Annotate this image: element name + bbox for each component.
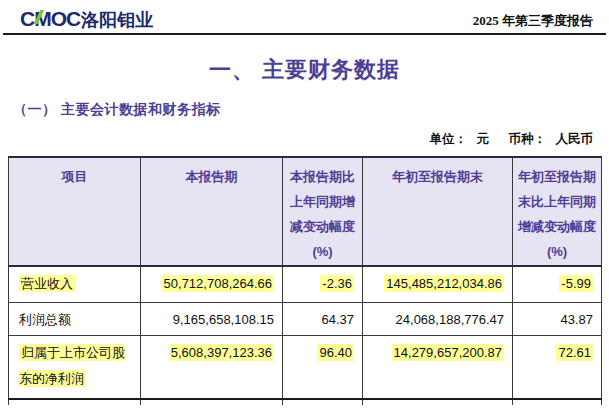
company-logo: CMOC 洛阳钼业	[20, 7, 153, 32]
report-page: CMOC 洛阳钼业 2025 年第三季度报告 一、 主要财务数据 （一） 主要会…	[0, 0, 609, 413]
logo-latin-text: CMOC	[20, 7, 80, 31]
column-header-ytd-change: 年初至报告期末比上年同期增减变动幅度 (%)	[513, 157, 602, 266]
table-row-partial	[9, 399, 602, 405]
subsection-title: （一） 主要会计数据和财务指标	[13, 101, 609, 119]
table-header-row: 项目 本报告期 本报告期比上年同期增减变动幅度 (%) 年初至报告期末 年初至报…	[9, 157, 602, 266]
header-divider	[3, 33, 606, 35]
column-header-item: 项目	[9, 157, 141, 266]
ytd-cell: 145,485,212,034.86	[363, 266, 513, 302]
ytd-cell: 14,279,657,200.87	[363, 335, 513, 399]
item-cell: 归属于上市公司股东的净利润	[9, 335, 141, 399]
currency-value: 人民币	[556, 132, 594, 146]
column-header-ytd: 年初至报告期末	[363, 157, 513, 266]
section-title: 一、 主要财务数据	[0, 55, 609, 85]
financial-table: 项目 本报告期 本报告期比上年同期增减变动幅度 (%) 年初至报告期末 年初至报…	[8, 156, 602, 405]
unit-label: 单位：	[430, 132, 468, 146]
ytd-change-cell: 43.87	[513, 302, 602, 335]
column-header-current-period: 本报告期	[141, 157, 283, 266]
current-change-cell: -2.36	[283, 266, 363, 302]
ytd-change-cell: 72.61	[513, 335, 602, 399]
page-header: CMOC 洛阳钼业 2025 年第三季度报告	[0, 0, 609, 32]
current-period-cell: 50,712,708,264.66	[141, 266, 283, 302]
table-row-net-profit: 归属于上市公司股东的净利润 5,608,397,123.36 96.40 14,…	[9, 335, 602, 399]
ytd-change-cell: -5.99	[513, 266, 602, 302]
current-change-cell: 64.37	[283, 302, 363, 335]
current-change-cell: 96.40	[283, 335, 363, 399]
currency-label: 币种：	[509, 132, 547, 146]
item-cell: 利润总额	[9, 302, 141, 335]
current-period-cell: 9,165,658,108.15	[141, 302, 283, 335]
table-row-revenue: 营业收入 50,712,708,264.66 -2.36 145,485,212…	[9, 266, 602, 302]
logo-chinese-text: 洛阳钼业	[81, 8, 153, 32]
ytd-cell: 24,068,188,776.47	[363, 302, 513, 335]
column-header-current-change: 本报告期比上年同期增减变动幅度 (%)	[283, 157, 363, 266]
unit-note: 单位： 元 币种： 人民币	[0, 131, 593, 148]
table-row-total-profit: 利润总额 9,165,658,108.15 64.37 24,068,188,7…	[9, 302, 602, 335]
report-title: 2025 年第三季度报告	[473, 12, 593, 32]
item-cell: 营业收入	[9, 266, 141, 302]
unit-value: 元	[477, 132, 490, 146]
current-period-cell: 5,608,397,123.36	[141, 335, 283, 399]
